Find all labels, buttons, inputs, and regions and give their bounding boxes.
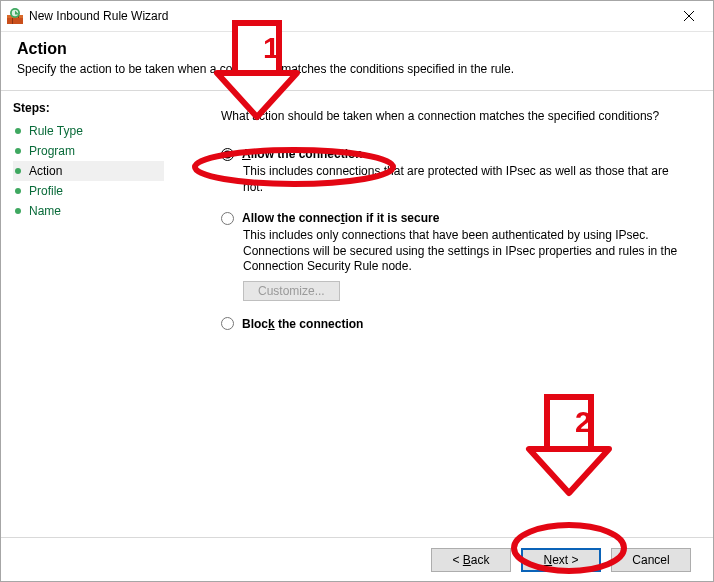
page-subtitle: Specify the action to be taken when a co… (17, 62, 697, 76)
page-title: Action (17, 40, 697, 58)
wizard-body: Steps: Rule TypeProgramActionProfileName… (1, 91, 713, 529)
action-prompt: What action should be taken when a conne… (221, 109, 691, 123)
steps-sidebar: Steps: Rule TypeProgramActionProfileName (1, 91, 176, 529)
sidebar-step-label: Name (29, 204, 61, 218)
back-button[interactable]: < Back (431, 548, 511, 572)
customize-button: Customize... (243, 281, 340, 301)
next-button-label: Next > (543, 553, 578, 567)
firewall-icon (7, 8, 23, 24)
option-allow: Allow the connectionThis includes connec… (221, 147, 691, 195)
option-row-allow-secure[interactable]: Allow the connection if it is secure (221, 211, 691, 225)
sidebar-step-profile[interactable]: Profile (13, 181, 164, 201)
option-label-allow-secure: Allow the connection if it is secure (242, 211, 439, 225)
radio-block[interactable] (221, 317, 234, 330)
cancel-button[interactable]: Cancel (611, 548, 691, 572)
option-label-allow: Allow the connection (242, 147, 363, 161)
wizard-window: New Inbound Rule Wizard Action Specify t… (0, 0, 714, 582)
option-row-allow[interactable]: Allow the connection (221, 147, 691, 161)
window-title: New Inbound Rule Wizard (29, 9, 666, 23)
option-allow-secure: Allow the connection if it is secureThis… (221, 211, 691, 301)
wizard-header: Action Specify the action to be taken wh… (1, 32, 713, 90)
svg-rect-2 (12, 18, 13, 24)
wizard-content: What action should be taken when a conne… (176, 91, 713, 529)
wizard-footer: < Back Next > Cancel (1, 537, 713, 581)
option-desc-allow: This includes connections that are prote… (243, 164, 691, 195)
sidebar-step-rule-type[interactable]: Rule Type (13, 121, 164, 141)
sidebar-step-label: Profile (29, 184, 63, 198)
annotation-number-1: 1 (263, 31, 280, 65)
option-block: Block the connection (221, 317, 691, 331)
close-button[interactable] (666, 1, 711, 31)
bullet-icon (15, 128, 21, 134)
sidebar-step-label: Rule Type (29, 124, 83, 138)
bullet-icon (15, 188, 21, 194)
radio-allow[interactable] (221, 148, 234, 161)
sidebar-step-program[interactable]: Program (13, 141, 164, 161)
sidebar-step-action[interactable]: Action (13, 161, 164, 181)
steps-heading: Steps: (13, 101, 164, 115)
radio-allow-secure[interactable] (221, 212, 234, 225)
option-row-block[interactable]: Block the connection (221, 317, 691, 331)
sidebar-step-name[interactable]: Name (13, 201, 164, 221)
next-button[interactable]: Next > (521, 548, 601, 572)
option-desc-allow-secure: This includes only connections that have… (243, 228, 691, 275)
close-icon (684, 11, 694, 21)
bullet-icon (15, 208, 21, 214)
bullet-icon (15, 168, 21, 174)
back-button-label: < Back (452, 553, 489, 567)
option-label-block: Block the connection (242, 317, 363, 331)
sidebar-step-label: Program (29, 144, 75, 158)
sidebar-step-label: Action (29, 164, 62, 178)
bullet-icon (15, 148, 21, 154)
titlebar: New Inbound Rule Wizard (1, 1, 713, 32)
annotation-number-2: 2 (575, 405, 592, 439)
